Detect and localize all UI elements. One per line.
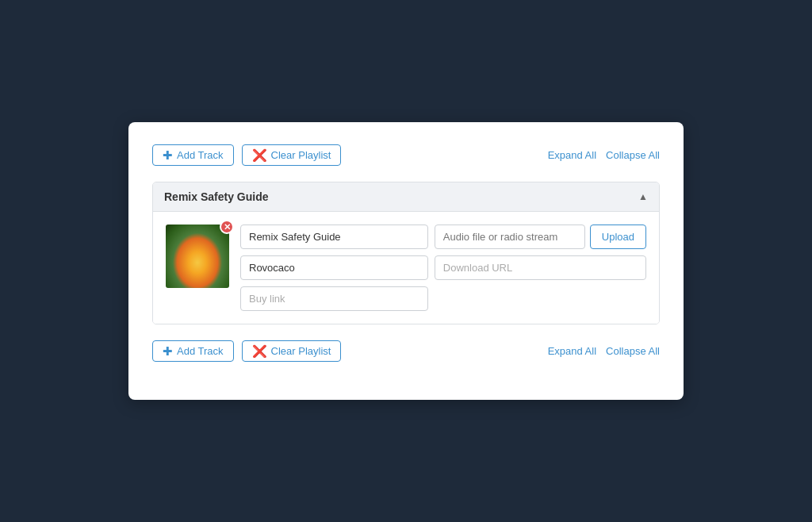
remove-thumbnail-button[interactable]: ✕: [220, 220, 234, 234]
bottom-toolbar: ✚ Add Track ❌ Clear Playlist Expand All …: [152, 340, 660, 362]
buy-link-input[interactable]: [240, 286, 428, 311]
track-thumbnail: [166, 225, 229, 288]
top-toolbar-left: ✚ Add Track ❌ Clear Playlist: [152, 144, 341, 166]
audio-file-input[interactable]: [435, 225, 585, 249]
track-panel: Remix Safety Guide ▲ ✕ Up: [152, 182, 660, 324]
add-icon-bottom: ✚: [163, 345, 173, 357]
bottom-toolbar-left: ✚ Add Track ❌ Clear Playlist: [152, 340, 341, 362]
add-track-button-top[interactable]: ✚ Add Track: [152, 144, 234, 166]
top-toolbar: ✚ Add Track ❌ Clear Playlist Expand All …: [152, 144, 660, 166]
clear-playlist-label-bottom: Clear Playlist: [271, 345, 331, 357]
bottom-toolbar-right: Expand All Collapse All: [548, 345, 660, 357]
track-panel-header: Remix Safety Guide ▲: [153, 182, 659, 212]
add-track-button-bottom[interactable]: ✚ Add Track: [152, 340, 234, 362]
track-panel-body: ✕ Upload: [153, 212, 659, 324]
upload-row: Upload: [435, 225, 646, 249]
expand-all-button-top[interactable]: Expand All: [548, 149, 596, 161]
clear-playlist-button-bottom[interactable]: ❌ Clear Playlist: [242, 340, 342, 362]
upload-button[interactable]: Upload: [590, 225, 646, 249]
track-fields: Upload: [240, 225, 646, 311]
track-name-input[interactable]: [240, 225, 428, 249]
track-row: ✕ Upload: [166, 225, 646, 311]
track-thumbnail-inner: [166, 225, 229, 288]
add-icon-top: ✚: [163, 149, 173, 161]
track-thumbnail-wrap: ✕: [166, 225, 229, 288]
top-toolbar-right: Expand All Collapse All: [548, 149, 660, 161]
download-url-input[interactable]: [435, 255, 646, 280]
add-track-label-bottom: Add Track: [177, 345, 224, 357]
collapse-icon[interactable]: ▲: [638, 191, 648, 202]
expand-all-button-bottom[interactable]: Expand All: [548, 345, 596, 357]
add-track-label-top: Add Track: [177, 149, 224, 161]
artist-input[interactable]: [240, 255, 428, 280]
clear-playlist-label-top: Clear Playlist: [271, 149, 331, 161]
collapse-all-button-bottom[interactable]: Collapse All: [606, 345, 660, 357]
collapse-all-button-top[interactable]: Collapse All: [606, 149, 660, 161]
clear-icon-top: ❌: [252, 149, 267, 161]
track-panel-title: Remix Safety Guide: [164, 190, 269, 203]
clear-icon-bottom: ❌: [252, 345, 267, 357]
main-card: ✚ Add Track ❌ Clear Playlist Expand All …: [128, 122, 684, 400]
clear-playlist-button-top[interactable]: ❌ Clear Playlist: [242, 144, 342, 166]
